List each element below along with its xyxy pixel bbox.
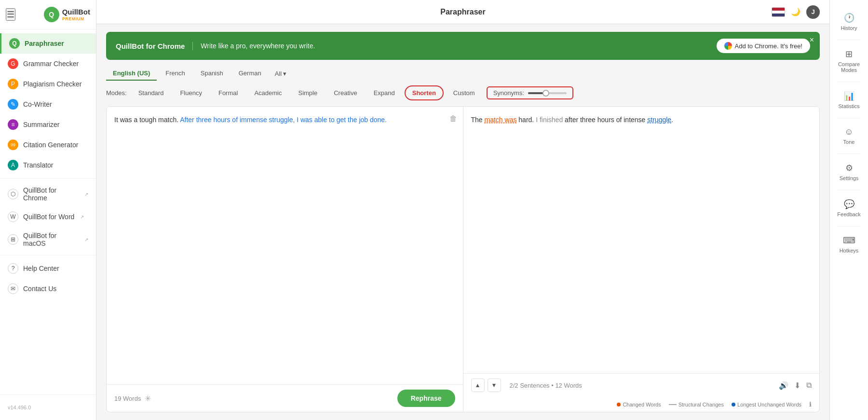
chrome-logo-icon [724, 42, 732, 50]
ai-icon: ✳ [145, 394, 151, 403]
panel-statistics[interactable]: 📊 Statistics [830, 86, 868, 114]
language-flag-icon[interactable] [772, 7, 785, 17]
mode-fluency[interactable]: Fluency [173, 86, 209, 99]
external-link-icon-macos: ↗ [84, 237, 88, 242]
version-text: v14.496.0 [0, 401, 96, 414]
mode-expand[interactable]: Expand [367, 86, 402, 99]
info-icon[interactable]: ℹ [809, 401, 812, 408]
input-editor-footer: 19 Words ✳ Rephrase [107, 384, 463, 412]
paraphraser-label: Paraphraser [25, 40, 64, 47]
feedback-icon: 💬 [844, 199, 854, 210]
mode-creative[interactable]: Creative [327, 86, 364, 99]
page-title: Paraphraser [440, 8, 485, 16]
mode-academic[interactable]: Academic [247, 86, 288, 99]
panel-hotkeys[interactable]: ⌨ Hotkeys [830, 230, 868, 258]
tab-lang-fr[interactable]: French [159, 67, 191, 81]
sidebar-item-translator[interactable]: A Translator [0, 155, 96, 175]
hamburger-menu[interactable]: ☰ [6, 8, 15, 21]
cowriter-label: Co-Writer [23, 100, 52, 108]
compare-modes-label: Compare Modes [834, 61, 864, 73]
help-label: Help Center [23, 265, 59, 272]
banner-close-button[interactable]: × [810, 36, 814, 44]
prev-sentence-button[interactable]: ▲ [471, 378, 485, 392]
logo-text-group: QuillBot PREMIUM [62, 8, 90, 21]
panel-divider-4 [838, 154, 860, 154]
macos-icon: ⊞ [8, 234, 18, 245]
mode-custom[interactable]: Custom [447, 86, 482, 99]
panel-settings[interactable]: ⚙ Settings [830, 158, 868, 186]
output-action-icons: 🔊 ⬇ ⧉ [779, 381, 812, 390]
input-editor-body[interactable]: It was a tough match. After three hours … [107, 107, 463, 384]
mode-standard[interactable]: Standard [132, 86, 171, 99]
sidebar-item-plagiarism-checker[interactable]: P Plagiarism Checker [0, 74, 96, 94]
nav-divider-2 [0, 255, 96, 255]
add-to-chrome-label: Add to Chrome. It's free! [735, 42, 803, 50]
tab-lang-de[interactable]: German [232, 67, 268, 81]
tab-lang-es[interactable]: Spanish [194, 67, 230, 81]
citation-label: Citation Generator [23, 141, 78, 149]
panel-divider-2 [838, 82, 860, 82]
plagiarism-label: Plagiarism Checker [23, 80, 81, 88]
synonyms-slider-track [528, 92, 567, 94]
sidebar-item-contact[interactable]: ✉ Contact Us [0, 279, 96, 299]
mode-simple[interactable]: Simple [291, 86, 324, 99]
output-editor: The match was hard. I finished after thr… [463, 107, 820, 412]
mode-shorten[interactable]: Shorten [405, 85, 444, 100]
panel-history[interactable]: 🕐 History [830, 8, 868, 36]
tone-label: Tone [843, 139, 855, 145]
mode-bar: Modes: Standard Fluency Formal Academic … [106, 85, 820, 100]
speaker-icon[interactable]: 🔊 [779, 381, 788, 390]
legend-changed: Changed Words [617, 402, 661, 407]
user-avatar[interactable]: J [806, 5, 820, 19]
external-link-icon-chrome: ↗ [84, 192, 88, 197]
sidebar-item-help[interactable]: ? Help Center [0, 258, 96, 279]
chevron-down-icon: ▾ [283, 70, 286, 77]
sidebar-item-word[interactable]: W QuillBot for Word ↗ [0, 207, 96, 227]
sidebar-header: ☰ Q QuillBot PREMIUM [0, 0, 96, 29]
sidebar-item-paraphraser[interactable]: Q Paraphraser [0, 33, 96, 54]
macos-label: QuillBot for macOS [23, 232, 79, 247]
hotkeys-icon: ⌨ [843, 235, 855, 246]
legend-unchanged-label: Longest Unchanged Words [737, 402, 801, 407]
right-panel: 🕐 History ⊞ Compare Modes 📊 Statistics ☺… [829, 0, 868, 420]
sidebar: ☰ Q QuillBot PREMIUM Q Paraphraser G Gra… [0, 0, 96, 420]
panel-feedback[interactable]: 💬 Feedback [830, 194, 868, 222]
legend-changed-label: Changed Words [623, 402, 661, 407]
dark-mode-toggle[interactable]: 🌙 [791, 7, 800, 16]
sidebar-item-citation-generator[interactable]: 99 Citation Generator [0, 135, 96, 155]
input-text-highlighted: After three hours of immense struggle, I… [178, 116, 387, 124]
help-icon: ? [8, 263, 18, 274]
sidebar-item-chrome[interactable]: ⬡ QuillBot for Chrome ↗ [0, 182, 96, 207]
chrome-icon: ⬡ [8, 189, 18, 199]
download-icon[interactable]: ⬇ [794, 381, 800, 390]
contact-label: Contact Us [23, 285, 56, 293]
panel-tone[interactable]: ☺ Tone [830, 122, 868, 150]
output-text-changed-1: match was [485, 116, 517, 124]
tab-lang-en-us[interactable]: English (US) [106, 67, 157, 81]
rephrase-button[interactable]: Rephrase [397, 390, 455, 407]
copy-icon[interactable]: ⧉ [806, 381, 812, 390]
modes-label: Modes: [106, 89, 127, 97]
sidebar-item-macos[interactable]: ⊞ QuillBot for macOS ↗ [0, 227, 96, 252]
sidebar-item-co-writer[interactable]: ✎ Co-Writer [0, 94, 96, 114]
sidebar-item-grammar-checker[interactable]: G Grammar Checker [0, 54, 96, 74]
synonyms-slider-thumb[interactable] [542, 90, 549, 97]
history-icon: 🕐 [844, 13, 854, 23]
tab-lang-all[interactable]: All ▾ [270, 67, 291, 80]
topbar: Paraphraser 🌙 J [96, 0, 829, 24]
translator-icon: A [8, 160, 18, 170]
delete-input-icon[interactable]: 🗑 [449, 112, 457, 125]
statistics-icon: 📊 [844, 91, 854, 101]
mode-formal[interactable]: Formal [212, 86, 244, 99]
panel-compare-modes[interactable]: ⊞ Compare Modes [830, 44, 868, 78]
grammar-label: Grammar Checker [23, 60, 79, 68]
sidebar-item-summarizer[interactable]: ≡ Summarizer [0, 114, 96, 135]
cowriter-icon: ✎ [8, 99, 18, 110]
synonyms-label: Synonyms: [493, 89, 524, 97]
input-editor: It was a tough match. After three hours … [107, 107, 463, 412]
contact-icon: ✉ [8, 283, 18, 294]
next-sentence-button[interactable]: ▼ [488, 378, 501, 392]
add-to-chrome-button[interactable]: Add to Chrome. It's free! [717, 39, 811, 53]
panel-divider-3 [838, 118, 860, 118]
logo-text: QuillBot [62, 8, 90, 16]
